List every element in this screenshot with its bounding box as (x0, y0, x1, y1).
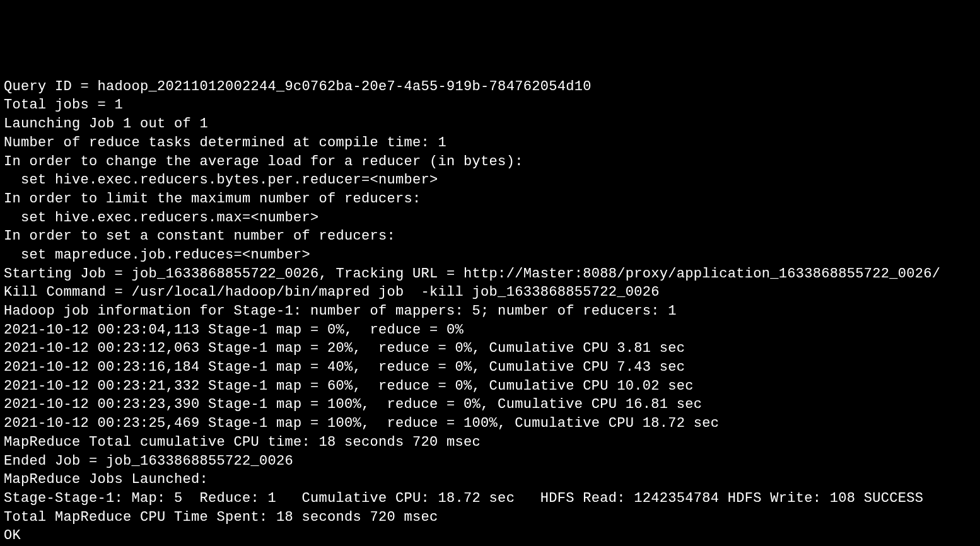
terminal-line: Total jobs = 1 (4, 96, 976, 115)
terminal-line: Stage-Stage-1: Map: 5 Reduce: 1 Cumulati… (4, 489, 976, 508)
terminal-line: Launching Job 1 out of 1 (4, 115, 976, 134)
terminal-line: 2021-10-12 00:23:23,390 Stage-1 map = 10… (4, 395, 976, 414)
terminal-line: Number of reduce tasks determined at com… (4, 134, 976, 153)
terminal-line: 2021-10-12 00:23:25,469 Stage-1 map = 10… (4, 414, 976, 433)
terminal-line: set hive.exec.reducers.bytes.per.reducer… (4, 171, 976, 190)
terminal-line: 2021-10-12 00:23:21,332 Stage-1 map = 60… (4, 377, 976, 396)
terminal-line: In order to set a constant number of red… (4, 227, 976, 246)
terminal-line: Hadoop job information for Stage-1: numb… (4, 302, 976, 321)
terminal-line: 2021-10-12 00:23:16,184 Stage-1 map = 40… (4, 358, 976, 377)
terminal-line: 2021-10-12 00:23:12,063 Stage-1 map = 20… (4, 339, 976, 358)
terminal-line: Query ID = hadoop_20211012002244_9c0762b… (4, 78, 976, 96)
terminal-output[interactable]: Query ID = hadoop_20211012002244_9c0762b… (4, 78, 976, 546)
terminal-line: set hive.exec.reducers.max=<number> (4, 209, 976, 228)
terminal-line: MapReduce Jobs Launched: (4, 470, 976, 489)
terminal-line: Kill Command = /usr/local/hadoop/bin/map… (4, 283, 976, 302)
terminal-line: In order to change the average load for … (4, 153, 976, 171)
terminal-line: Starting Job = job_1633868855722_0026, T… (4, 265, 976, 284)
terminal-line: MapReduce Total cumulative CPU time: 18 … (4, 433, 976, 452)
terminal-line: set mapreduce.job.reduces=<number> (4, 246, 976, 265)
terminal-line: Total MapReduce CPU Time Spent: 18 secon… (4, 508, 976, 527)
terminal-line: 2021-10-12 00:23:04,113 Stage-1 map = 0%… (4, 321, 976, 340)
terminal-line: In order to limit the maximum number of … (4, 190, 976, 209)
terminal-line: OK (4, 526, 976, 545)
terminal-line: Ended Job = job_1633868855722_0026 (4, 452, 976, 471)
